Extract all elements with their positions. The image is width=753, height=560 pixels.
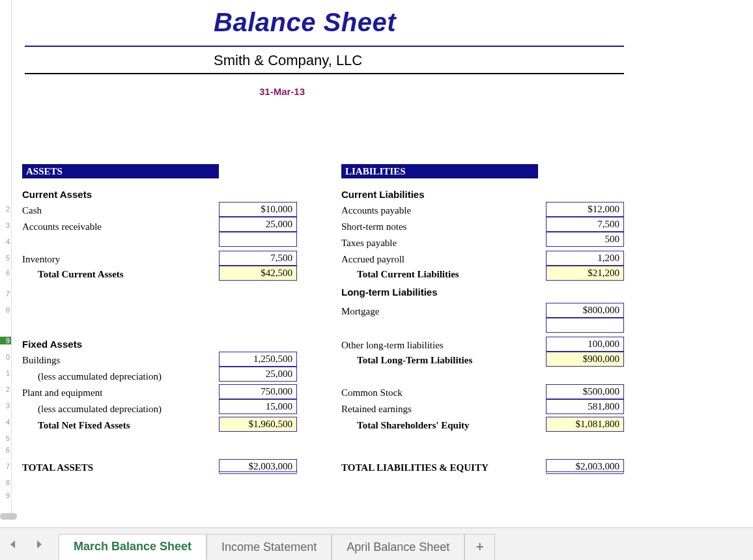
row-number: 5 xyxy=(1,254,10,262)
cell-inventory[interactable]: 7,500 xyxy=(219,251,297,266)
cell-retained-earnings[interactable]: 581,800 xyxy=(546,399,624,414)
sheet-tab-income[interactable]: Income Statement xyxy=(206,534,332,560)
tab-nav-next-button[interactable] xyxy=(26,529,52,560)
section-header-liabilities: LIABILITIES xyxy=(341,164,538,178)
row-number: 8 xyxy=(1,479,10,486)
cell-common-stock[interactable]: $500,000 xyxy=(546,384,624,399)
label-other-lt: Other long-term liabilities xyxy=(341,340,444,351)
sheet-tab-label: April Balance Sheet xyxy=(347,540,449,554)
horizontal-scrollbar-thumb[interactable] xyxy=(0,513,17,520)
row-number-gutter: 2 3 4 5 6 7 8 9 0 1 2 3 4 5 6 7 8 9 xyxy=(0,0,12,514)
cell-blank-asset[interactable] xyxy=(219,232,297,247)
report-date: 31-Mar-13 xyxy=(259,86,305,97)
row-number: 3 xyxy=(1,402,10,410)
company-underline xyxy=(25,73,624,74)
triangle-left-icon xyxy=(8,539,18,550)
cell-other-lt[interactable]: 100,000 xyxy=(546,337,624,352)
label-long-term-liab: Long-term Liabilities xyxy=(341,287,438,298)
cell-mortgage[interactable]: $800,000 xyxy=(546,303,624,318)
label-current-assets: Current Assets xyxy=(22,189,92,200)
label-total-equity: Total Shareholders' Equity xyxy=(341,420,470,431)
label-total-current-assets: Total Current Assets xyxy=(22,269,124,280)
sheet-tab-label: Income Statement xyxy=(221,540,317,554)
cell-total-equity[interactable]: $1,081,800 xyxy=(546,417,624,432)
row-number: 4 xyxy=(1,418,10,426)
row-number: 7 xyxy=(1,462,10,470)
spreadsheet-canvas[interactable]: Balance Sheet Smith & Company, LLC 31-Ma… xyxy=(12,0,753,514)
label-total-lt: Total Long-Term Liabilities xyxy=(341,355,472,366)
row-number: 6 xyxy=(1,269,10,277)
cell-short-term-notes[interactable]: 7,500 xyxy=(546,217,624,232)
cell-ap[interactable]: $12,000 xyxy=(546,202,624,217)
label-less-dep-plant: (less accumulated depreciation) xyxy=(22,404,162,415)
row-number: 6 xyxy=(1,446,10,454)
plus-icon: + xyxy=(476,539,484,555)
row-number: 9 xyxy=(1,492,10,499)
cell-total-assets[interactable]: $2,003,000 xyxy=(219,459,297,474)
triangle-right-icon xyxy=(34,539,44,550)
label-common-stock: Common Stock xyxy=(341,387,403,399)
label-taxes: Taxes payable xyxy=(341,238,397,249)
cell-total-liab-equity[interactable]: $2,003,000 xyxy=(546,459,624,474)
row-number: 3 xyxy=(1,221,10,229)
label-mortgage: Mortgage xyxy=(341,306,379,317)
row-number: 7 xyxy=(1,290,10,298)
cell-taxes[interactable]: 500 xyxy=(546,232,624,247)
row-number: 8 xyxy=(1,306,10,314)
label-fixed-assets: Fixed Assets xyxy=(22,339,82,350)
sheet-tab-april[interactable]: April Balance Sheet xyxy=(332,534,464,560)
row-number: 4 xyxy=(1,238,10,245)
cell-buildings[interactable]: 1,250,500 xyxy=(219,352,297,367)
cell-plant[interactable]: 750,000 xyxy=(219,384,297,399)
label-less-dep-buildings: (less accumulated depreciation) xyxy=(22,371,162,382)
add-sheet-button[interactable]: + xyxy=(464,534,495,560)
label-current-liabilities: Current Liabilities xyxy=(341,189,425,200)
label-total-fixed: Total Net Fixed Assets xyxy=(22,420,130,431)
cell-accrued-payroll[interactable]: 1,200 xyxy=(546,251,624,266)
company-name: Smith & Company, LLC xyxy=(214,52,362,69)
label-total-assets: TOTAL ASSETS xyxy=(22,462,93,473)
row-number-selected: 9 xyxy=(0,337,11,344)
row-number: 1 xyxy=(1,369,10,377)
cell-ar[interactable]: 25,000 xyxy=(219,217,297,232)
label-buildings: Buildings xyxy=(22,355,60,366)
row-number: 2 xyxy=(1,205,10,213)
sheet-tab-label: March Balance Sheet xyxy=(74,540,192,553)
label-short-term-notes: Short-term notes xyxy=(341,221,406,232)
cell-total-current-assets[interactable]: $42,500 xyxy=(219,266,297,281)
label-ap: Accounts payable xyxy=(341,205,411,216)
row-number: 2 xyxy=(1,385,10,393)
cell-total-fixed[interactable]: $1,960,500 xyxy=(219,417,297,432)
row-number: 5 xyxy=(1,434,10,442)
sheet-tab-bar: March Balance Sheet Income Statement Apr… xyxy=(0,527,753,560)
label-accrued-payroll: Accrued payroll xyxy=(341,254,405,265)
label-plant: Plant and equipment xyxy=(22,387,102,399)
label-ar: Accounts receivable xyxy=(22,221,102,232)
cell-total-current-liab[interactable]: $21,200 xyxy=(546,266,624,281)
cell-cash[interactable]: $10,000 xyxy=(219,202,297,217)
label-total-liab-equity: TOTAL LIABILITIES & EQUITY xyxy=(341,462,489,473)
label-cash: Cash xyxy=(22,205,42,216)
sheet-tab-march[interactable]: March Balance Sheet xyxy=(59,534,206,560)
cell-less-dep-plant[interactable]: 15,000 xyxy=(219,399,297,414)
cell-blank-liab[interactable] xyxy=(546,318,624,333)
row-number: 0 xyxy=(1,353,10,361)
document-title: Balance Sheet xyxy=(214,8,396,37)
cell-total-lt[interactable]: $900,000 xyxy=(546,352,624,367)
cell-less-dep-buildings[interactable]: 25,000 xyxy=(219,367,297,382)
label-retained-earnings: Retained earnings xyxy=(341,404,412,415)
title-underline xyxy=(25,46,624,47)
section-header-assets: ASSETS xyxy=(22,164,219,178)
tab-nav-prev-button[interactable] xyxy=(0,529,26,560)
label-total-current-liab: Total Current Liabilities xyxy=(341,269,459,280)
label-inventory: Inventory xyxy=(22,254,60,265)
